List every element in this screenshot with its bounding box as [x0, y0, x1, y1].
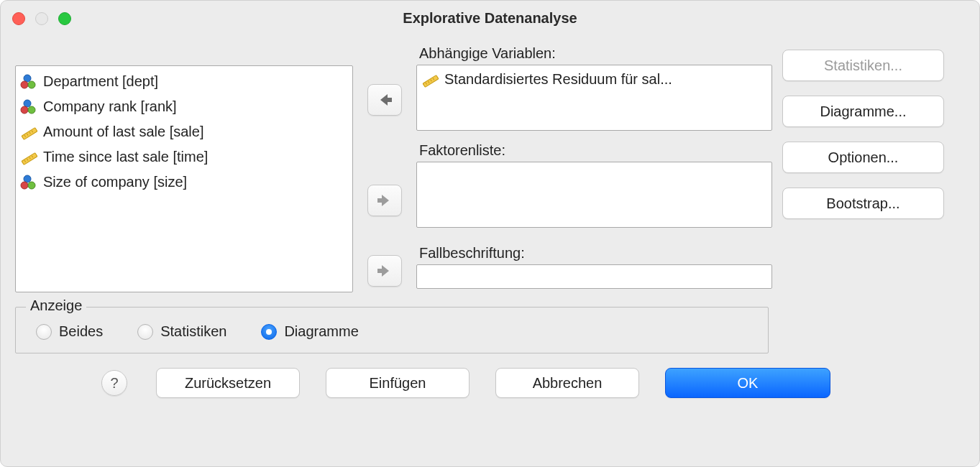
radio-statistics[interactable]: Statistiken	[137, 323, 226, 340]
list-item[interactable]: Size of company [size]	[20, 170, 348, 195]
radio-icon	[261, 324, 277, 340]
display-legend: Anzeige	[26, 297, 86, 314]
list-item[interactable]: Amount of last sale [sale]	[20, 119, 348, 144]
list-item[interactable]: Standardisiertes Residuum für sal...	[421, 67, 767, 92]
variable-label: Amount of last sale [sale]	[43, 121, 203, 143]
arrow-right-icon	[377, 193, 393, 208]
dependent-variable-list[interactable]: Standardisiertes Residuum für sal...	[416, 65, 772, 131]
radio-icon	[137, 324, 153, 340]
scale-icon	[421, 72, 440, 88]
window-controls	[12, 12, 71, 25]
paste-button[interactable]: Einfügen	[326, 368, 470, 398]
radio-statistics-label: Statistiken	[160, 323, 226, 340]
arrow-right-icon	[377, 264, 393, 278]
options-button[interactable]: Optionen...	[782, 142, 944, 173]
list-item[interactable]: Company rank [rank]	[20, 94, 348, 119]
help-button[interactable]: ?	[101, 370, 127, 396]
nominal-icon	[20, 74, 39, 90]
minimize-icon	[35, 12, 48, 25]
variable-label: Time since last sale [time]	[43, 146, 208, 168]
radio-charts-label: Diagramme	[284, 323, 358, 340]
radio-icon	[36, 324, 52, 340]
case-label-field[interactable]	[416, 264, 772, 289]
variable-label: Department [dept]	[43, 70, 158, 93]
case-label-label: Fallbeschriftung:	[419, 245, 772, 262]
reset-button[interactable]: Zurücksetzen	[156, 368, 300, 398]
radio-both[interactable]: Beides	[36, 323, 103, 340]
variable-label: Standardisiertes Residuum für sal...	[444, 68, 672, 91]
nominal-icon	[20, 99, 39, 115]
statistics-button: Statistiken...	[782, 50, 944, 81]
move-to-factor-button[interactable]	[367, 185, 402, 216]
nominal-icon	[20, 175, 39, 190]
list-item[interactable]: Department [dept]	[20, 69, 348, 94]
dependent-label: Abhängige Variablen:	[419, 45, 772, 62]
scale-icon	[20, 124, 39, 140]
radio-both-label: Beides	[59, 323, 103, 340]
cancel-button[interactable]: Abbrechen	[495, 368, 639, 398]
zoom-icon[interactable]	[58, 12, 71, 25]
arrow-left-icon	[377, 93, 393, 107]
radio-charts[interactable]: Diagramme	[261, 323, 358, 340]
move-to-dependent-button[interactable]	[367, 84, 402, 116]
ok-button[interactable]: OK	[665, 368, 830, 398]
display-groupbox: Anzeige Beides Statistiken Diagramme	[15, 307, 769, 353]
titlebar: Explorative Datenanalyse	[1, 1, 979, 35]
close-icon[interactable]	[12, 12, 25, 25]
window-title: Explorative Datenanalyse	[403, 10, 577, 27]
bootstrap-button[interactable]: Bootstrap...	[782, 188, 944, 219]
factor-label: Faktorenliste:	[419, 142, 772, 159]
scale-icon	[20, 149, 39, 165]
dialog-window: Explorative Datenanalyse Department [dep…	[0, 0, 980, 467]
variable-label: Size of company [size]	[43, 171, 187, 193]
move-to-case-label-button[interactable]	[367, 255, 402, 287]
factor-list[interactable]	[416, 162, 772, 228]
list-item[interactable]: Time since last sale [time]	[20, 144, 348, 170]
charts-button[interactable]: Diagramme...	[782, 96, 944, 127]
dialog-content: Department [dept]Company rank [rank]Amou…	[1, 35, 979, 466]
variable-label: Company rank [rank]	[43, 96, 177, 118]
source-variable-list[interactable]: Department [dept]Company rank [rank]Amou…	[15, 65, 353, 292]
